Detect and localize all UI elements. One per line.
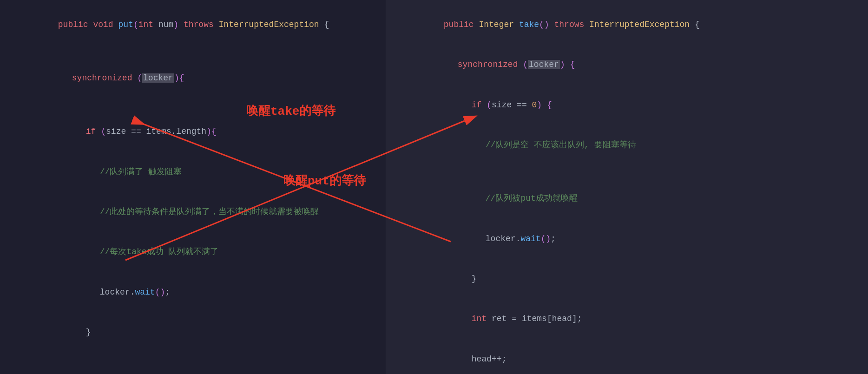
code-line [28, 45, 376, 58]
code-line: items[tail] = num; [28, 366, 376, 374]
code-line: head++; [414, 339, 859, 374]
right-code-panel: public Integer take() throws Interrupted… [386, 0, 868, 374]
code-line: //队列被put成功就唤醒 [414, 178, 859, 218]
code-line: //每次take成功 队列就不满了 [28, 232, 376, 272]
code-line: synchronized (locker) { [414, 45, 859, 85]
code-line: int ret = items[head]; [414, 299, 859, 339]
main-container: public void put(int num) throws Interrup… [0, 0, 868, 374]
code-line [28, 353, 376, 366]
code-line: locker.wait(); [414, 219, 859, 259]
code-line: //队列是空 不应该出队列, 要阻塞等待 [414, 125, 859, 165]
code-line: public void put(int num) throws Interrup… [28, 5, 376, 45]
wake-put-label: 唤醒put的等待 [283, 172, 366, 191]
wake-take-label: 唤醒take的等待 [246, 102, 335, 122]
code-line [414, 165, 859, 179]
code-line: } [28, 312, 376, 352]
code-line: public Integer take() throws Interrupted… [414, 5, 859, 45]
code-line: synchronized (locker){ [28, 58, 376, 98]
code-line: locker.wait(); [28, 272, 376, 312]
code-line: //此处的等待条件是队列满了，当不满的时候就需要被唤醒 [28, 192, 376, 232]
code-line: } [414, 259, 859, 299]
code-line: if (size == 0) { [414, 85, 859, 125]
